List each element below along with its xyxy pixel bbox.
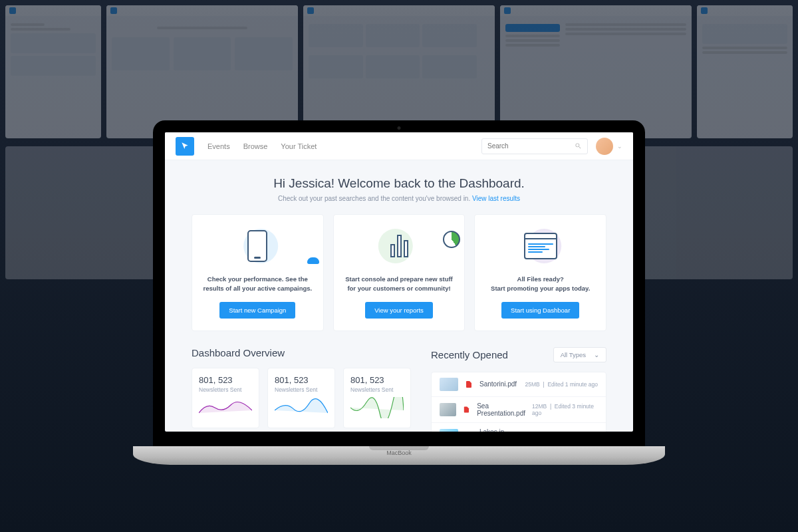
search-box[interactable] [481,138,588,154]
welcome-subtitle: Check out your past searches and the con… [165,195,633,202]
view-reports-button[interactable]: View your reports [365,302,433,319]
phone-icon [247,230,267,262]
filter-dropdown[interactable]: All Types⌄ [553,347,606,362]
reports-card: Start console and prepare new stuff for … [333,214,466,331]
file-name: Lakes in Austria.doc [479,428,519,432]
recently-opened: Recently Opened All Types⌄ Santorini.pdf… [431,347,606,432]
cursor-icon [180,142,190,151]
search-icon [575,142,582,150]
dashboard-overview: Dashboard Overview 801, 523 Newsletters … [192,347,411,432]
doc-icon [465,431,473,432]
overview-title: Dashboard Overview [192,347,411,358]
card-text: Check your performance. See the results … [201,275,314,294]
chevron-down-icon: ⌄ [594,351,599,358]
stat-card: 801, 523 Newsletters Sent [267,368,335,428]
recent-title: Recently Opened [431,349,508,360]
card-text: All Files ready? Start promoting your ap… [484,275,597,294]
stat-label: Newsletters Sent [199,386,252,393]
file-thumbnail [440,403,456,416]
welcome-section: Hi Jessica! Welcome back to the Dashboar… [165,160,633,214]
window-icon [524,233,557,259]
stat-card: 801, 523 Newsletters Sent [192,368,259,428]
stat-value: 801, 523 [275,375,328,385]
app-header: Events Browse Your Ticket ⌄ [165,132,633,160]
pdf-icon [463,405,470,414]
campaign-card: Check your performance. See the results … [192,214,324,331]
sparkline-chart [275,397,328,418]
welcome-title: Hi Jessica! Welcome back to the Dashboar… [165,176,633,191]
start-campaign-button[interactable]: Start new Campaign [219,302,295,319]
start-dashboard-button[interactable]: Start using Dashboar [501,302,579,319]
file-row[interactable]: Sea Presentation.pdf 12MB | Edited 3 min… [432,397,606,423]
sparkline-chart [199,397,252,418]
chevron-down-icon[interactable]: ⌄ [617,143,622,150]
file-meta: 25MB | Edited 1 minute ago [525,381,598,388]
stat-value: 801, 523 [199,375,252,385]
file-list: Santorini.pdf 25MB | Edited 1 minute ago… [431,372,606,432]
stat-label: Newsletters Sent [350,386,404,393]
dashboard-card: All Files ready? Start promoting your ap… [474,214,606,331]
file-thumbnail [440,378,458,391]
laptop-brand: MacBook [386,450,412,456]
nav-your-ticket[interactable]: Your Ticket [281,142,317,150]
sparkline-chart [350,397,404,418]
user-avatar[interactable] [596,138,613,155]
feature-cards: Check your performance. See the results … [165,214,633,331]
lower-section: Dashboard Overview 801, 523 Newsletters … [165,331,633,432]
card-text: Start console and prepare new stuff for … [343,275,456,294]
file-row[interactable]: Lakes in Austria.doc 25MB | Edited 1 min… [432,423,606,432]
nav-links: Events Browse Your Ticket [207,142,481,150]
app-logo[interactable] [176,137,194,156]
laptop-mockup: Events Browse Your Ticket ⌄ Hi Jessica! … [153,120,645,465]
file-name: Santorini.pdf [479,380,519,388]
stat-value: 801, 523 [350,375,404,385]
bars-icon [390,235,408,257]
file-name: Sea Presentation.pdf [477,402,525,417]
file-meta: 12MB | Edited 3 minute ago [532,403,598,416]
file-row[interactable]: Santorini.pdf 25MB | Edited 1 minute ago [432,372,606,397]
pdf-icon [465,380,473,389]
nav-events[interactable]: Events [207,142,230,150]
stat-card: 801, 523 Newsletters Sent [343,368,411,428]
file-thumbnail [440,429,458,432]
search-input[interactable] [487,142,575,150]
laptop-base: MacBook [133,446,665,465]
view-last-results-link[interactable]: View last results [472,195,520,202]
stat-label: Newsletters Sent [275,386,328,393]
stats-row: 801, 523 Newsletters Sent 801, 523 Newsl… [192,368,411,428]
nav-browse[interactable]: Browse [243,142,268,150]
dashboard-screen: Events Browse Your Ticket ⌄ Hi Jessica! … [165,132,633,432]
pie-icon [443,231,460,248]
cloud-icon [307,257,319,264]
